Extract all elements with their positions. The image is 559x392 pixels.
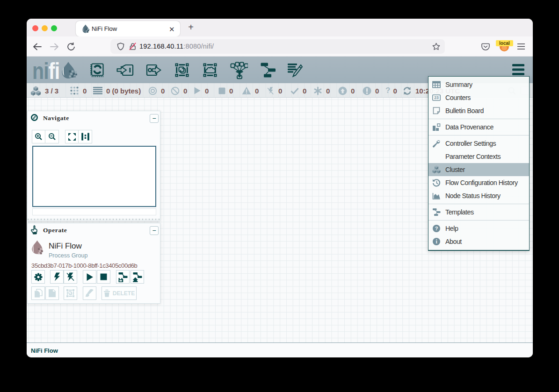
svg-text:?: ? bbox=[435, 226, 438, 231]
svg-text:23: 23 bbox=[434, 95, 439, 100]
